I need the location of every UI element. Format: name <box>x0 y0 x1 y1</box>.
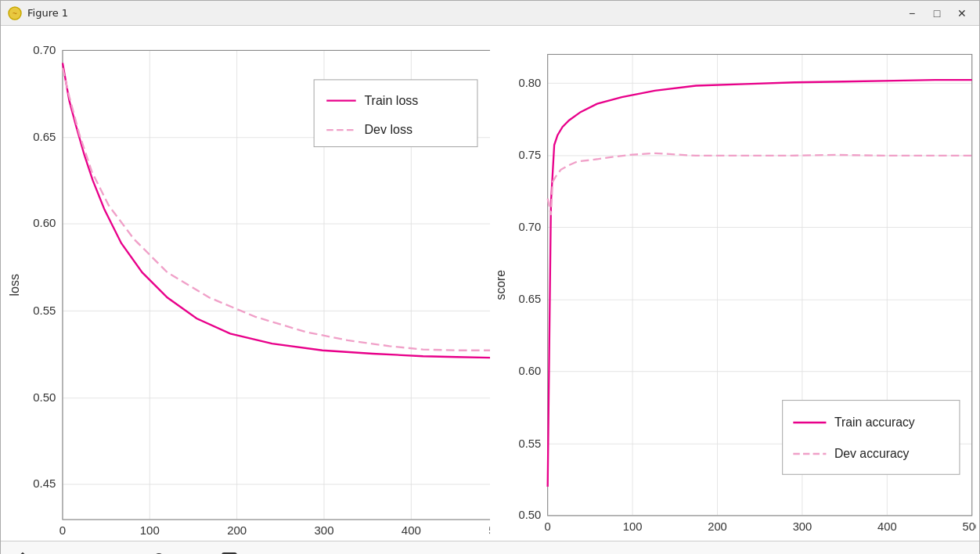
svg-text:100: 100 <box>140 523 160 537</box>
svg-text:0.65: 0.65 <box>33 130 56 143</box>
left-chart-panel: 0.70 0.65 0.60 0.55 0.50 0.45 0 100 200 … <box>4 32 490 538</box>
accuracy-chart: 0.80 0.75 0.70 0.65 0.60 0.55 0.50 0 100… <box>490 32 976 538</box>
svg-text:400: 400 <box>402 523 421 537</box>
svg-text:200: 200 <box>227 523 247 537</box>
close-button[interactable]: ✕ <box>951 5 973 21</box>
svg-text:Train accuracy: Train accuracy <box>834 416 915 429</box>
svg-text:Dev accuracy: Dev accuracy <box>834 447 910 460</box>
svg-text:0.80: 0.80 <box>519 77 542 89</box>
svg-text:0.65: 0.65 <box>519 293 542 305</box>
window-controls: − □ ✕ <box>901 5 973 21</box>
svg-text:Dev loss: Dev loss <box>364 122 413 136</box>
loss-chart: 0.70 0.65 0.60 0.55 0.50 0.45 0 100 200 … <box>4 32 490 538</box>
toolbar: ◀ ▶ ✛ <box>1 541 979 554</box>
right-chart-panel: 0.80 0.75 0.70 0.65 0.60 0.55 0.50 0 100… <box>490 32 976 538</box>
svg-text:0: 0 <box>545 520 551 533</box>
move-button[interactable]: ✛ <box>113 548 139 554</box>
svg-text:100: 100 <box>623 520 643 533</box>
forward-icon: ▶ <box>82 551 101 554</box>
svg-text:0.70: 0.70 <box>33 43 56 56</box>
svg-rect-65 <box>783 401 960 475</box>
zoom-icon <box>151 551 170 554</box>
save-button[interactable] <box>217 548 242 554</box>
svg-text:0.60: 0.60 <box>33 216 56 229</box>
svg-rect-30 <box>314 80 477 147</box>
svg-text:0.60: 0.60 <box>519 365 542 377</box>
svg-text:Train loss: Train loss <box>364 93 418 107</box>
configure-icon <box>186 551 204 554</box>
titlebar: ~ Figure 1 − □ ✕ <box>1 1 979 26</box>
svg-text:500: 500 <box>962 520 976 533</box>
svg-text:score: score <box>494 270 507 300</box>
zoom-button[interactable] <box>148 548 173 554</box>
svg-text:200: 200 <box>708 520 727 533</box>
window-title: Figure 1 <box>27 7 68 19</box>
svg-text:0.55: 0.55 <box>519 437 542 450</box>
chart-content: 0.70 0.65 0.60 0.55 0.50 0.45 0 100 200 … <box>1 26 979 541</box>
svg-text:0.50: 0.50 <box>33 390 56 404</box>
home-button[interactable] <box>10 548 35 554</box>
svg-text:0.55: 0.55 <box>33 304 56 317</box>
svg-text:0.70: 0.70 <box>519 221 542 233</box>
titlebar-left: ~ Figure 1 <box>7 5 68 21</box>
minimize-button[interactable]: − <box>901 5 923 21</box>
svg-text:300: 300 <box>793 520 812 533</box>
svg-text:300: 300 <box>315 523 334 537</box>
svg-text:400: 400 <box>877 520 897 533</box>
configure-button[interactable] <box>182 548 207 554</box>
svg-text:0.45: 0.45 <box>33 477 56 490</box>
forward-button[interactable]: ▶ <box>79 548 104 554</box>
svg-text:~: ~ <box>13 9 17 18</box>
svg-text:0: 0 <box>59 523 66 537</box>
back-button[interactable]: ◀ <box>45 548 70 554</box>
maximize-button[interactable]: □ <box>926 5 948 21</box>
svg-text:0.50: 0.50 <box>519 509 542 521</box>
main-window: ~ Figure 1 − □ ✕ <box>0 0 980 554</box>
svg-text:0.75: 0.75 <box>519 149 542 161</box>
save-icon <box>220 551 239 554</box>
home-icon <box>13 551 32 554</box>
move-icon: ✛ <box>117 551 135 554</box>
back-icon: ◀ <box>48 551 67 554</box>
app-icon: ~ <box>7 5 23 21</box>
svg-text:loss: loss <box>7 274 21 297</box>
chart-container: 0.70 0.65 0.60 0.55 0.50 0.45 0 100 200 … <box>4 32 976 538</box>
